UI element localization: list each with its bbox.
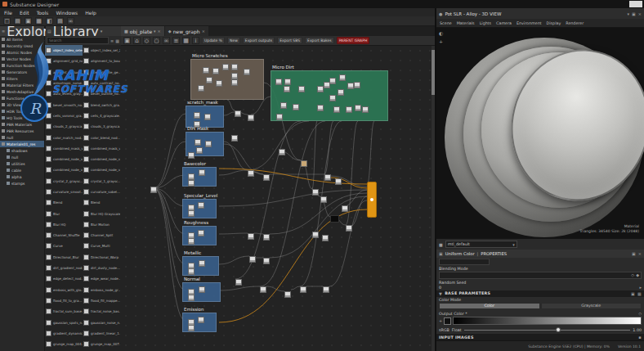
graph-node[interactable]	[194, 112, 200, 119]
close-icon[interactable]: ×	[202, 29, 205, 34]
graph-node[interactable]	[231, 135, 238, 142]
graph-node[interactable]	[279, 149, 285, 155]
3d-viewport[interactable]: ◐ + Material Triangles: 34540 Size: 2k (…	[436, 28, 644, 238]
graph-node[interactable]	[188, 325, 195, 331]
output-node[interactable]	[367, 182, 377, 218]
library-item[interactable]: alternate_tile_ge…	[83, 67, 120, 78]
dock-icon[interactable]: ▣	[632, 251, 636, 256]
graph-node[interactable]	[263, 258, 270, 264]
library-item[interactable]: Directional_Warp	[83, 252, 120, 263]
library-item[interactable]: auto_contrast_no…	[83, 78, 120, 88]
tree-item-null[interactable]: null	[0, 134, 44, 141]
graph-node[interactable]	[284, 79, 291, 85]
graph-node[interactable]	[322, 235, 329, 241]
graph-node[interactable]	[188, 152, 195, 159]
graph-node[interactable]	[205, 141, 212, 147]
graph-node[interactable]	[263, 174, 270, 181]
graph-node[interactable]	[198, 85, 204, 92]
graph-node[interactable]	[300, 286, 306, 293]
library-item[interactable]: clouds_2_graysca…	[45, 121, 83, 132]
library-item[interactable]: Blur	[45, 208, 83, 218]
library-item[interactable]: flood_fill_mappe…	[83, 295, 120, 306]
collapse-icon[interactable]: ▼	[439, 291, 442, 296]
library-item[interactable]: Blur HQ Grayscale	[83, 208, 120, 218]
tab-explorer[interactable]: ≡ Explorer ▾ ×	[0, 26, 44, 36]
library-item[interactable]: emboss_with_glo…	[45, 285, 83, 295]
graph-node[interactable]	[203, 67, 209, 74]
library-item[interactable]: auto_levels_gray…	[45, 88, 83, 99]
library-item[interactable]: cells_4_grayscale…	[83, 110, 120, 121]
graph-node[interactable]	[329, 95, 336, 101]
library-item[interactable]: color_blend_nod…	[83, 132, 120, 142]
color-swatch[interactable]	[444, 317, 451, 325]
graph-node[interactable]	[335, 178, 342, 185]
graph-node[interactable]	[324, 174, 331, 181]
reset-icon[interactable]: ◆	[636, 272, 639, 277]
graph-node[interactable]	[362, 106, 369, 113]
close-icon[interactable]: ×	[638, 11, 642, 16]
library-item[interactable]: Blend	[83, 197, 120, 208]
library-item[interactable]: Blend	[45, 197, 83, 208]
parent-graph-alert-button[interactable]: PARENT GRAPH	[337, 37, 370, 44]
library-item[interactable]: dirt_gradient_nod…	[45, 263, 83, 273]
library-item[interactable]: combined_mask_v1…	[45, 143, 83, 154]
graph-node[interactable]	[231, 79, 238, 86]
library-item[interactable]: alignment_grid_no…	[45, 56, 83, 66]
move-icon[interactable]: +	[439, 38, 443, 44]
library-item[interactable]: ambient_occlusio…	[45, 67, 83, 78]
graph-node[interactable]	[284, 291, 291, 298]
menu-windows[interactable]: Windows	[56, 10, 78, 16]
tree-item-all-items[interactable]: All Items	[0, 36, 44, 43]
library-item[interactable]: Curve_Multi	[83, 241, 120, 251]
tree-item-vector-nodes[interactable]: Vector Nodes	[0, 56, 44, 62]
toolbar-button-export-outputs[interactable]: Export outputs	[243, 37, 275, 44]
toolbar-button-new[interactable]: New	[227, 37, 240, 44]
library-item[interactable]: object_index_sel_2	[83, 45, 120, 56]
library-item[interactable]: bevel_outline_no…	[83, 88, 120, 99]
grid-icon[interactable]: ▦	[182, 37, 190, 44]
library-item[interactable]: Curve	[45, 241, 83, 251]
graph-node[interactable]	[204, 114, 211, 120]
color-mode-color-button[interactable]: Color	[439, 303, 540, 310]
library-item[interactable]: dirt_dusty_node…	[83, 263, 120, 273]
tree-item-materials01-res[interactable]: Materials01_res	[0, 141, 44, 147]
library-item[interactable]: gaussian_noise_n…	[83, 317, 120, 327]
graph-node[interactable]	[346, 225, 352, 232]
filter-icon[interactable]: ≡	[110, 38, 114, 43]
graph-node[interactable]	[235, 110, 241, 117]
3d-menu-materials[interactable]: Materials	[457, 21, 475, 25]
link-icon[interactable]: ∞	[163, 37, 170, 44]
float-window-icon[interactable]: ▣	[632, 11, 636, 16]
library-item[interactable]: flood_fill_to_gra…	[45, 295, 83, 306]
graph-node[interactable]	[263, 234, 270, 241]
input-images-section[interactable]: INPUT IMAGES ▪	[436, 334, 644, 340]
tree-item-pbr-resources[interactable]: PBR Resources	[0, 128, 44, 134]
save-icon[interactable]: ▣	[123, 37, 131, 44]
library-item[interactable]: grunge_map_007…	[83, 339, 120, 349]
3d-menu-camera[interactable]: Camera	[496, 21, 512, 25]
function-icon[interactable]: ◇	[638, 311, 642, 316]
graph-node[interactable]	[320, 196, 327, 203]
tree-item-generators[interactable]: Generators	[0, 69, 44, 75]
3d-menu-lights[interactable]: Lights	[480, 21, 491, 25]
graph-node[interactable]	[276, 114, 283, 120]
graph-node[interactable]	[342, 205, 348, 212]
library-item[interactable]: Blur HQ	[45, 219, 83, 230]
graph-node[interactable]	[199, 260, 205, 267]
graph-node[interactable]	[323, 286, 329, 293]
menu-help[interactable]: Help	[85, 10, 96, 16]
library-item[interactable]: crystal_2_graysc…	[45, 176, 83, 187]
library-item[interactable]: fractal_noise_bas…	[83, 306, 120, 317]
graph-node[interactable]	[198, 317, 204, 323]
graph-node[interactable]	[248, 115, 254, 121]
tree-item-atomic-nodes[interactable]: Atomic Nodes	[0, 49, 44, 56]
library-item[interactable]: combined_node_v6…	[83, 164, 120, 175]
graph-node[interactable]	[188, 210, 195, 217]
tree-item-hdr-tools[interactable]: HDR Tools	[0, 108, 44, 115]
library-item[interactable]: gaussian_spots_n…	[45, 317, 83, 327]
library-item[interactable]: object_index_select	[45, 45, 83, 56]
graph-node[interactable]	[298, 86, 305, 92]
color-mode-grayscale-button[interactable]: Grayscale	[541, 303, 642, 310]
graph-node[interactable]	[216, 80, 222, 87]
tree-item-cable[interactable]: cable	[0, 167, 44, 173]
